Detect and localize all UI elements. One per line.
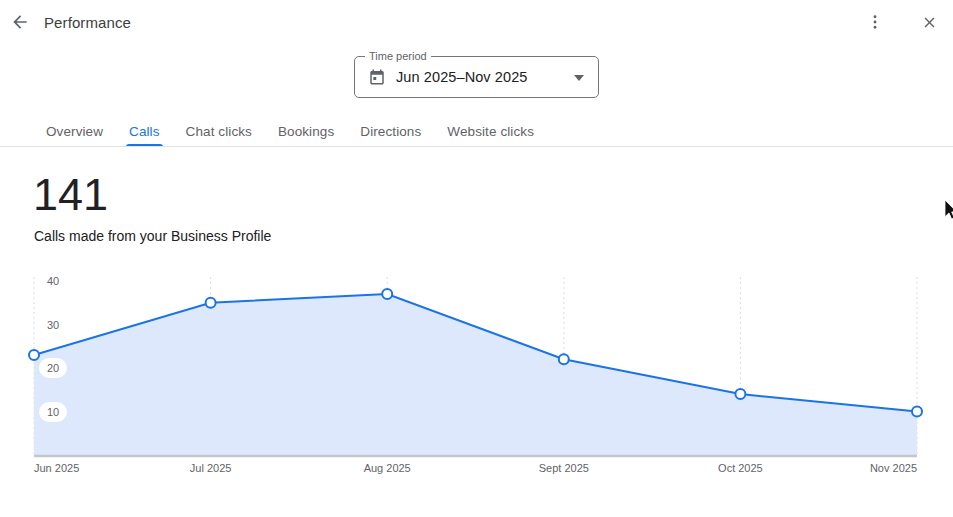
mouse-cursor	[944, 199, 953, 221]
data-point-oct-2025[interactable]	[735, 389, 745, 399]
x-axis-label-sept-2025: Sept 2025	[539, 462, 589, 474]
header: Performance	[0, 0, 953, 44]
data-point-sept-2025[interactable]	[559, 354, 569, 364]
close-button[interactable]	[913, 6, 945, 38]
tab-directions[interactable]: Directions	[360, 115, 421, 147]
calls-line-chart	[0, 255, 953, 495]
tab-label: Overview	[46, 124, 103, 139]
x-axis-label-nov-2025: Nov 2025	[870, 462, 917, 474]
time-period-value: Jun 2025–Nov 2025	[396, 69, 528, 85]
tab-overview[interactable]: Overview	[46, 115, 103, 147]
chevron-down-icon	[574, 75, 584, 81]
tab-label: Chat clicks	[186, 124, 252, 139]
y-axis-tick-40: 40	[39, 271, 67, 291]
y-axis-tick-20: 20	[39, 358, 67, 378]
metric-value: 141	[33, 168, 108, 222]
y-axis-tick-30: 30	[39, 315, 67, 335]
x-axis-label-oct-2025: Oct 2025	[718, 462, 763, 474]
tab-chat-clicks[interactable]: Chat clicks	[186, 115, 252, 147]
calls-chart: 40302010Jun 2025Jul 2025Aug 2025Sept 202…	[0, 255, 953, 495]
kebab-menu-icon	[866, 13, 884, 31]
metric-caption: Calls made from your Business Profile	[34, 228, 271, 244]
tab-bookings[interactable]: Bookings	[278, 115, 334, 147]
arrow-left-icon	[10, 12, 30, 32]
x-axis-label-jul-2025: Jul 2025	[190, 462, 232, 474]
tabs: OverviewCallsChat clicksBookingsDirectio…	[0, 115, 953, 147]
time-period-label: Time period	[365, 50, 431, 63]
x-axis-label-aug-2025: Aug 2025	[364, 462, 411, 474]
x-axis-label-jun-2025: Jun 2025	[34, 462, 79, 474]
time-period-select[interactable]: Time period Jun 2025–Nov 2025	[354, 56, 599, 98]
tabs-divider	[0, 146, 953, 147]
more-options-button[interactable]	[859, 6, 891, 38]
tab-label: Website clicks	[447, 124, 534, 139]
page-title: Performance	[44, 14, 131, 31]
tab-calls[interactable]: Calls	[129, 115, 160, 147]
tab-website-clicks[interactable]: Website clicks	[447, 115, 534, 147]
back-button[interactable]	[4, 6, 36, 38]
calendar-icon	[368, 68, 386, 86]
tab-label: Directions	[360, 124, 421, 139]
tab-label: Bookings	[278, 124, 334, 139]
data-point-jun-2025[interactable]	[29, 350, 39, 360]
tab-label: Calls	[129, 124, 160, 139]
close-icon	[921, 14, 938, 31]
data-point-jul-2025[interactable]	[206, 298, 216, 308]
data-point-aug-2025[interactable]	[382, 289, 392, 299]
y-axis-tick-10: 10	[39, 402, 67, 422]
data-point-nov-2025[interactable]	[912, 407, 922, 417]
